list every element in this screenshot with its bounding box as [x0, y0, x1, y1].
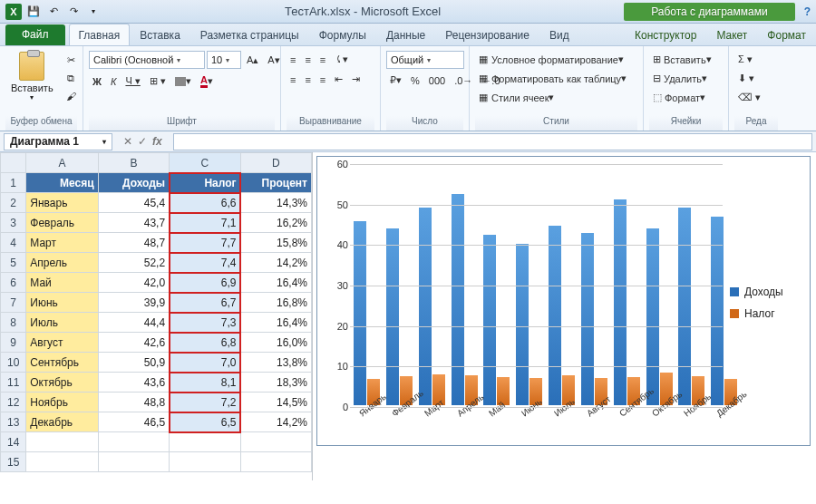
cell[interactable]: 7,4	[170, 253, 240, 273]
save-icon[interactable]: 💾	[25, 4, 42, 20]
cell[interactable]: Август	[26, 333, 98, 353]
cell[interactable]: Апрель	[26, 253, 98, 273]
qat-dropdown-icon[interactable]: ▾	[85, 4, 102, 20]
align-right-button[interactable]: ≡	[316, 72, 329, 88]
row-header[interactable]: 3	[1, 213, 26, 233]
cell[interactable]	[98, 432, 169, 452]
cell[interactable]: Процент	[240, 173, 311, 193]
cell[interactable]: 14,2%	[240, 412, 311, 432]
cell[interactable]: Июнь	[26, 293, 98, 313]
cell[interactable]: Октябрь	[26, 373, 98, 393]
cell[interactable]: 8,1	[170, 373, 240, 393]
cell[interactable]	[98, 452, 169, 472]
cell[interactable]: 42,0	[98, 273, 169, 293]
insert-cells-button[interactable]: ⊞ Вставить ▾	[649, 51, 725, 68]
cell[interactable]: 7,2	[170, 393, 240, 412]
row-header[interactable]: 11	[1, 373, 26, 393]
undo-icon[interactable]: ↶	[45, 4, 62, 20]
cell[interactable]: 6,7	[170, 293, 240, 313]
excel-icon[interactable]: X	[5, 4, 22, 20]
tab-formulas[interactable]: Формулы	[309, 24, 376, 45]
cell[interactable]: 16,4%	[240, 273, 311, 293]
fill-color-button[interactable]: ▾	[171, 73, 195, 90]
cell-styles-button[interactable]: ▦ Стили ячеек ▾	[475, 89, 638, 106]
row-header[interactable]: 9	[1, 333, 26, 353]
cell[interactable]: 14,5%	[240, 393, 311, 412]
cell[interactable]: 16,0%	[240, 333, 311, 353]
cell[interactable]: Июль	[26, 313, 98, 333]
cell[interactable]	[240, 432, 311, 452]
align-center-button[interactable]: ≡	[301, 72, 314, 88]
format-painter-button[interactable]: 🖌	[63, 88, 80, 104]
row-header[interactable]: 5	[1, 253, 26, 273]
row-header[interactable]: 4	[1, 233, 26, 253]
bold-button[interactable]: Ж	[89, 73, 105, 90]
formula-input[interactable]	[173, 133, 812, 150]
row-header[interactable]: 12	[1, 393, 26, 412]
cell[interactable]: 7,1	[170, 213, 240, 233]
orientation-button[interactable]: ⤹▾	[331, 51, 352, 68]
number-format-combo[interactable]: Общий▾	[386, 51, 464, 69]
tab-chart-layout[interactable]: Макет	[706, 24, 757, 45]
cell[interactable]	[170, 452, 240, 472]
tab-insert[interactable]: Вставка	[130, 24, 190, 45]
col-header-d[interactable]: D	[240, 153, 311, 173]
cell[interactable]: 6,9	[170, 273, 240, 293]
name-box[interactable]: Диаграмма 1▾	[4, 133, 112, 150]
cell[interactable]: 13,8%	[240, 353, 311, 373]
cell[interactable]: 43,7	[98, 213, 169, 233]
cell[interactable]: 6,8	[170, 333, 240, 353]
col-header-a[interactable]: A	[26, 153, 98, 173]
cell[interactable]: 43,6	[98, 373, 169, 393]
cell[interactable]: 7,7	[170, 233, 240, 253]
cell[interactable]: 50,9	[98, 353, 169, 373]
tab-data[interactable]: Данные	[376, 24, 435, 45]
cell[interactable]: Май	[26, 273, 98, 293]
align-middle-button[interactable]: ≡	[301, 52, 314, 68]
autosum-button[interactable]: Σ ▾	[734, 51, 756, 68]
row-header[interactable]: 8	[1, 313, 26, 333]
align-left-button[interactable]: ≡	[287, 72, 299, 88]
cell[interactable]: Декабрь	[26, 412, 98, 432]
row-header[interactable]: 13	[1, 412, 26, 432]
cell[interactable]: 7,3	[170, 313, 240, 333]
cell[interactable]: 45,4	[98, 193, 169, 213]
grow-font-button[interactable]: A▴	[243, 52, 262, 69]
tab-home[interactable]: Главная	[69, 24, 131, 45]
cell[interactable]: 7,0	[170, 353, 240, 373]
tab-chart-format[interactable]: Формат	[757, 24, 816, 45]
font-name-combo[interactable]: Calibri (Основной▾	[89, 51, 205, 69]
row-header[interactable]: 10	[1, 353, 26, 373]
increase-indent-button[interactable]: ⇥	[348, 71, 364, 88]
cell[interactable]: 44,4	[98, 313, 169, 333]
select-all-corner[interactable]	[1, 153, 26, 173]
cell[interactable]: 48,8	[98, 393, 169, 412]
cell[interactable]: Доходы	[98, 173, 169, 193]
copy-button[interactable]: ⧉	[63, 70, 80, 87]
tab-file[interactable]: Файл	[5, 24, 65, 45]
format-as-table-button[interactable]: ▦ Форматировать как таблицу ▾	[475, 70, 638, 87]
cell[interactable]: 16,2%	[240, 213, 311, 233]
cell[interactable]	[170, 432, 240, 452]
cell[interactable]: Ноябрь	[26, 393, 98, 412]
row-header[interactable]: 7	[1, 293, 26, 313]
cell[interactable]: 14,2%	[240, 253, 311, 273]
conditional-formatting-button[interactable]: ▦ Условное форматирование ▾	[475, 51, 638, 68]
cell[interactable]: 18,3%	[240, 373, 311, 393]
embedded-chart[interactable]: 0102030405060 ЯнварьФевральМартАпрельМай…	[316, 156, 811, 446]
row-header[interactable]: 1	[1, 173, 26, 193]
cell[interactable]: 42,6	[98, 333, 169, 353]
col-header-c[interactable]: C	[170, 153, 240, 173]
help-icon[interactable]: ?	[804, 5, 811, 18]
row-header[interactable]: 14	[1, 432, 26, 452]
cell[interactable]: 16,4%	[240, 313, 311, 333]
cell[interactable]: Март	[26, 233, 98, 253]
row-header[interactable]: 6	[1, 273, 26, 293]
cell[interactable]: Месяц	[26, 173, 98, 193]
decrease-indent-button[interactable]: ⇤	[331, 71, 346, 88]
percent-button[interactable]: %	[407, 73, 423, 89]
comma-button[interactable]: 000	[425, 73, 449, 89]
tab-chart-design[interactable]: Конструктор	[625, 24, 706, 45]
cell[interactable]: 39,9	[98, 293, 169, 313]
italic-button[interactable]: К	[107, 73, 120, 90]
